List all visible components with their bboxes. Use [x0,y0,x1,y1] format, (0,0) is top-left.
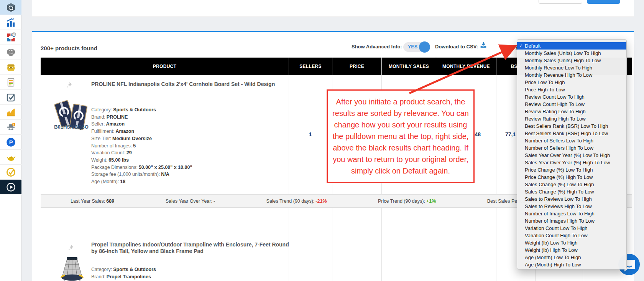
sort-option[interactable]: Sales to Reviews High To Low [517,203,626,210]
sort-option-label: Price High To Low [525,86,565,93]
sort-option-label: Sales Year Over Year (%) High To Low [525,159,610,166]
sort-option[interactable]: Number of Sellers Low To High [517,137,626,144]
sort-option[interactable]: Number of Images Low To High [517,210,626,217]
sort-option[interactable]: Weight (lb) High To Low [517,246,626,254]
detail-label: Size Tier: [91,136,111,141]
sort-option[interactable]: Price Change (%) Low To High [517,166,626,174]
detail-label: Weight: [91,157,107,163]
sidebar-item-checklist[interactable] [0,90,21,105]
sort-option[interactable]: Review Rating High To Low [517,115,626,122]
sidebar-item-brain[interactable] [0,45,21,60]
sort-option-label: Sales Year Over Year (%) Low To High [525,152,610,159]
detail-value: Amazon [106,121,125,127]
sort-option-label: Number of Images Low To High [525,210,595,217]
product-title[interactable]: Propel Trampolines Indoor/Outdoor Trampo… [91,241,294,255]
detail-line: Package Dimensions:50.00" x 25.00" x 10.… [91,164,192,171]
header-sellers: SELLERS [289,58,332,75]
sidebar-item-report[interactable] [0,75,21,90]
sidebar-item-lamp[interactable] [0,150,21,165]
sort-option[interactable]: Best Sellers Rank (BSR) Low To High [517,122,626,130]
sort-option[interactable]: Age (Month) Low To High [517,254,626,261]
sort-option-label: Price Change (%) High To Low [525,174,593,181]
sort-option-label: Review Rating Low To High [525,108,586,115]
sort-option[interactable]: Monthly Sales (Units) Low To High [517,50,626,57]
detail-value: PROLINE [107,114,128,120]
sidebar-item-tutorials[interactable] [0,180,21,195]
detail-line: Category:Sports & Outdoors [91,266,156,273]
product-image[interactable] [57,257,87,281]
sort-option[interactable]: Price Low To High [517,79,626,86]
sort-option[interactable]: Sales Year Over Year (%) High To Low [517,159,626,166]
sort-option[interactable]: Price High To Low [517,86,626,93]
sidebar-item-trends[interactable] [0,15,21,30]
sort-option[interactable]: Monthly Revenue High To Low [517,71,626,79]
sort-option[interactable]: Review Count Low To High [517,93,626,101]
detail-value: 50.00" x 25.00" x 10.00" [139,165,192,170]
area-chart-icon [6,107,16,117]
summary-label: Last Year Sales: [71,198,105,204]
sidebar-item-spy[interactable]: ! [0,120,21,135]
sidebar-item-chart[interactable] [0,105,21,120]
results-count: 200+ products found [41,45,97,51]
summary-value: - [214,198,215,204]
sort-option[interactable]: Variation Count Low To High [517,225,626,232]
sort-option[interactable]: Default [517,42,626,50]
sidebar-item-p[interactable]: P [0,135,21,150]
play-circle-icon [6,182,16,192]
pin-icon[interactable] [67,245,74,252]
summary-label: Sales Year Over Year: [166,198,212,204]
svg-text:!: ! [13,122,14,126]
advanced-info-toggle[interactable]: YES [403,42,428,52]
sort-option-label: Sales Change (%) Low To High [525,181,594,188]
summary-value: 689 [106,198,114,204]
sort-option[interactable]: Review Rating Low To High [517,108,626,115]
sort-option[interactable]: Sales Year Over Year (%) Low To High [517,152,626,159]
sort-option[interactable]: Best Sellers Rank (BSR) High To Low [517,130,626,137]
summary-item: Last Year Sales:689 [71,198,114,204]
product-title[interactable]: PROLINE NFL Indianapolis Colts 2'x4' Cor… [91,81,383,88]
detail-line: Variation Count:29 [91,149,192,157]
detail-line: Brand:PROLINE [91,114,192,121]
sort-option[interactable]: Sales to Reviews Low To High [517,195,626,203]
sidebar-item-product-database[interactable] [0,0,21,15]
detail-value: 5 [133,143,136,149]
sidebar-item-check[interactable] [0,165,21,180]
sort-option[interactable]: Review Count High To Low [517,101,626,108]
sort-option[interactable]: Price Change (%) High To Low [517,174,626,181]
detail-label: Brand: [91,114,105,120]
top-input-cutoff[interactable] [539,0,582,4]
sort-option[interactable]: Weight (lb) Low To High [517,239,626,246]
detail-label: Storage fee (1,000 units/month): [91,172,160,177]
column-divider [332,208,332,281]
pin-icon[interactable] [66,82,72,89]
sort-option-label: Price Change (%) Low To High [525,166,593,174]
header-monthly-revenue: MONTHLY REVENUE [436,58,496,75]
top-bar [32,0,634,17]
column-divider [381,208,382,281]
sort-option[interactable]: Sales Change (%) Low To High [517,181,626,188]
sort-option[interactable]: Number of Sellers High To Low [517,144,626,152]
sort-option[interactable]: Variation Count High To Low [517,232,626,239]
detail-line: Age (Month):18 [91,178,192,185]
letter-p-icon: P [6,137,16,147]
sort-option-label: Monthly Sales (Units) Low To High [525,50,601,57]
top-blue-button-cutoff[interactable] [587,0,620,4]
sort-option[interactable]: Monthly Revenue Low To High [517,64,626,71]
sort-option[interactable]: Monthly Sales (Units) High To Low [517,57,626,64]
sort-option[interactable]: Age (Month) High To Low [517,261,626,268]
sellers-value: 1 [289,131,332,137]
summary-item: Sales Year Over Year:- [166,198,215,204]
detail-value: Propel Trampolines [107,274,151,279]
toggle-knob[interactable] [419,41,430,53]
sidebar-item-robot[interactable] [0,60,21,75]
sort-option-label: Sales to Reviews High To Low [525,203,592,210]
detail-value: Medium Oversize [112,136,152,141]
sort-option[interactable]: Number of Images High To Low [517,217,626,225]
advanced-info-label: Show Advanced Info: [352,44,402,50]
sidebar-item-niche[interactable]: ? [0,30,21,45]
sort-option[interactable]: Sales Change (%) High To Low [517,188,626,195]
download-icon[interactable] [479,41,488,50]
niche-puzzle-icon: ? [6,32,16,43]
sort-option-label: Review Rating High To Low [525,115,586,122]
detail-label: Variation Count: [91,150,125,155]
